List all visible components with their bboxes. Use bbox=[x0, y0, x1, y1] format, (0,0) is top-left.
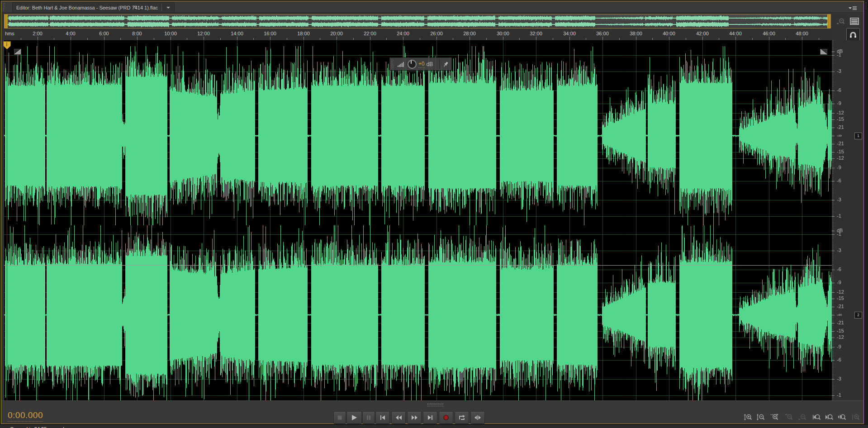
ruler-time-label: 42:00 bbox=[696, 31, 709, 36]
stop-icon bbox=[337, 414, 343, 421]
panel-menu-icon[interactable] bbox=[848, 5, 857, 10]
channel-badge[interactable]: 2 bbox=[854, 312, 862, 319]
window-grip-icon[interactable] bbox=[865, 2, 867, 10]
gain-knob[interactable] bbox=[408, 60, 417, 69]
amplitude-scale[interactable]: dB-1-3-6-9-12-15-21-∞-21-15-12-9-6-3-11d… bbox=[832, 40, 863, 400]
channel-divider[interactable] bbox=[4, 265, 832, 266]
ruler-tick bbox=[702, 37, 703, 40]
db-tick bbox=[832, 216, 835, 217]
waveform-display[interactable]: +0 dB bbox=[4, 40, 832, 400]
db-label: -15 bbox=[837, 328, 844, 333]
zoom-out-full-icon-top[interactable] bbox=[836, 18, 846, 26]
db-label: -1 bbox=[837, 213, 841, 219]
reset-zoom-icon bbox=[851, 414, 860, 421]
gain-hud[interactable]: +0 dB bbox=[389, 57, 452, 71]
db-tick bbox=[832, 55, 835, 56]
ruler-tick bbox=[154, 38, 154, 40]
overview-end-handle[interactable] bbox=[827, 14, 830, 28]
zoom-in-at-out-point-button[interactable] bbox=[824, 412, 835, 423]
db-label: -6 bbox=[837, 357, 841, 362]
db-label: -∞ bbox=[837, 133, 842, 138]
zoom-out-time-button[interactable] bbox=[783, 412, 795, 423]
db-tick bbox=[832, 283, 835, 283]
gain-value[interactable]: +0 bbox=[418, 61, 425, 68]
tab-dropdown-icon[interactable] bbox=[164, 4, 172, 11]
db-label: -9 bbox=[837, 100, 841, 106]
ruler-tick bbox=[287, 38, 287, 40]
display-mode-icon[interactable] bbox=[850, 18, 860, 26]
splitter-grip-icon[interactable] bbox=[427, 404, 444, 406]
transport-bar: 0:00.000 bbox=[1, 408, 863, 423]
ruler-time-label: 4:00 bbox=[66, 31, 75, 36]
zoom-to-selection-button[interactable] bbox=[836, 412, 848, 423]
overview-waveform[interactable] bbox=[8, 15, 827, 28]
playhead-line[interactable] bbox=[7, 40, 7, 400]
ruler-time-label: 32:00 bbox=[530, 31, 542, 36]
ruler-tick bbox=[652, 38, 653, 40]
editor-tab[interactable]: Editor: Beth Hart & Joe Bonamassa - Sees… bbox=[12, 2, 175, 12]
db-label: -3 bbox=[837, 197, 841, 202]
db-label: -12 bbox=[837, 289, 844, 295]
skip-start-icon bbox=[379, 414, 386, 421]
play-button[interactable] bbox=[346, 411, 362, 424]
audition-window: Editor: Beth Hart & Joe Bonamassa - Sees… bbox=[0, 0, 868, 428]
reset-zoom-button[interactable] bbox=[850, 412, 862, 423]
pin-icon[interactable] bbox=[443, 61, 449, 67]
overview-start-handle[interactable] bbox=[5, 14, 8, 28]
ruler-tick bbox=[38, 37, 38, 40]
record-button[interactable] bbox=[439, 411, 453, 424]
timeline-ruler[interactable]: hms 2:004:006:008:0010:0012:0014:0016:00… bbox=[4, 29, 832, 40]
skip-selection-button[interactable] bbox=[470, 411, 485, 424]
ruler-tick bbox=[636, 37, 636, 40]
zoom-in-time-button[interactable] bbox=[768, 412, 780, 423]
ruler-tick bbox=[204, 37, 204, 40]
channel-badge[interactable]: 1 bbox=[854, 133, 862, 139]
tab-close-icon[interactable]: × bbox=[132, 4, 138, 10]
rewind-button[interactable] bbox=[391, 411, 406, 424]
ruler-time-label: 14:00 bbox=[231, 31, 243, 36]
db-tick bbox=[832, 71, 835, 72]
db-tick bbox=[832, 119, 835, 120]
panel-grip-icon[interactable] bbox=[3, 3, 5, 10]
hud-separator bbox=[439, 60, 440, 68]
db-tick bbox=[832, 128, 835, 128]
ruler-tick bbox=[819, 38, 819, 40]
db-tick bbox=[832, 158, 835, 159]
ruler-tick bbox=[337, 37, 337, 40]
db-label: -9 bbox=[837, 165, 841, 170]
corner-widget-left-icon[interactable] bbox=[14, 48, 21, 54]
zoom-out-amplitude-button[interactable] bbox=[755, 412, 767, 423]
zoom-out-full-button[interactable] bbox=[797, 412, 808, 423]
overview-range-bar[interactable] bbox=[4, 14, 831, 29]
gain-unit-label: dB bbox=[427, 61, 433, 67]
ruler-tick bbox=[386, 38, 387, 40]
pause-button[interactable] bbox=[362, 411, 375, 424]
zoom-in-time-icon bbox=[770, 414, 779, 421]
db-label: -15 bbox=[837, 116, 844, 122]
stop-button[interactable] bbox=[333, 411, 346, 424]
loop-playback-button[interactable] bbox=[455, 411, 469, 424]
ruler-tick bbox=[719, 38, 719, 40]
fast-forward-icon bbox=[411, 414, 418, 421]
ruler-tick bbox=[104, 37, 104, 40]
zoom-in-at-in-point-button[interactable] bbox=[811, 412, 823, 423]
status-bar: Opened in 24.25 seconds bbox=[0, 424, 868, 428]
time-display[interactable]: 0:00.000 bbox=[8, 410, 43, 422]
skip-to-start-button[interactable] bbox=[375, 411, 390, 424]
record-icon bbox=[443, 414, 449, 421]
fast-forward-button[interactable] bbox=[407, 411, 422, 424]
db-tick bbox=[832, 90, 835, 91]
db-tick bbox=[832, 292, 835, 293]
snap-toggle-button[interactable] bbox=[846, 28, 860, 41]
ruler-time-label: 30:00 bbox=[497, 31, 509, 36]
ruler-time-label: 22:00 bbox=[364, 31, 376, 36]
ruler-time-label: 8:00 bbox=[132, 31, 142, 36]
hud-grip-icon[interactable] bbox=[391, 60, 394, 68]
corner-widget-right-icon[interactable] bbox=[820, 48, 827, 54]
skip-to-end-button[interactable] bbox=[423, 411, 437, 424]
waveform-canvas[interactable] bbox=[4, 40, 832, 400]
panel-splitter[interactable] bbox=[1, 400, 863, 408]
zoom-in-amplitude-button[interactable] bbox=[742, 412, 754, 423]
ruler-tick bbox=[785, 38, 786, 40]
ruler-time-label: 6:00 bbox=[99, 31, 109, 36]
